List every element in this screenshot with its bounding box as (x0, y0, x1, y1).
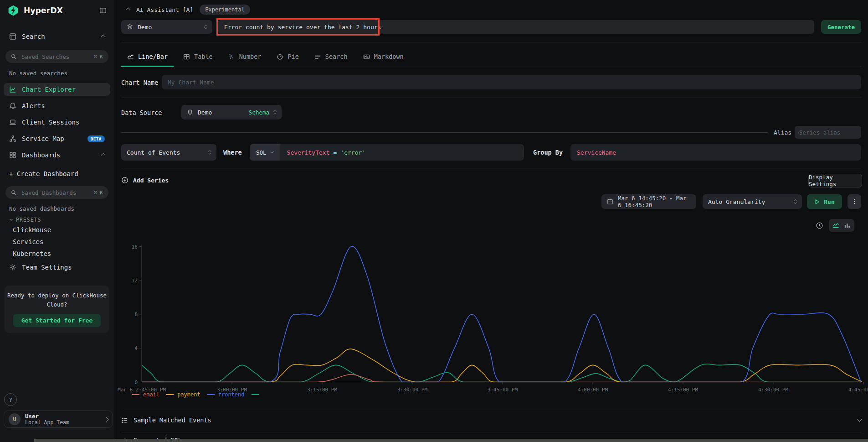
laptop-icon (9, 119, 16, 126)
sidebar-section-search[interactable]: Search (4, 30, 110, 43)
presets-header[interactable]: PRESETS (10, 217, 41, 223)
generate-button[interactable]: Generate (821, 20, 861, 34)
legend-label: email (143, 391, 159, 398)
aggregation-value: Count of Events (127, 149, 204, 156)
line-view-icon[interactable] (832, 222, 839, 229)
user-name: User (25, 413, 100, 420)
schema-link[interactable]: Schema (249, 109, 269, 116)
legend-item-email[interactable]: email (132, 391, 159, 398)
sidebar-item-chart-explorer[interactable]: Chart Explorer (4, 83, 110, 96)
tab-pie[interactable]: Pie (271, 47, 304, 67)
tab-markdown[interactable]: Markdown (357, 47, 410, 67)
where-clause-input[interactable]: SQL SeverityText = 'error' (250, 144, 524, 161)
y-axis-tick-label: 12 (132, 278, 138, 284)
sidebar-item-client-sessions[interactable]: Client Sessions (4, 116, 110, 129)
tab-table[interactable]: Table (177, 47, 219, 67)
sidebar: HyperDX Search ⌘ K No saved searches Cha… (0, 0, 114, 442)
tab-line-bar[interactable]: Line/Bar (121, 47, 174, 67)
preset-kubernetes[interactable]: Kubernetes (13, 250, 51, 257)
legend-item-unnamed[interactable] (252, 394, 259, 395)
sql-language-select[interactable]: SQL (250, 144, 280, 161)
preset-clickhouse[interactable]: ClickHouse (13, 226, 51, 234)
svg-text:3: 3 (231, 56, 233, 60)
create-dashboard-label: + Create Dashboard (9, 170, 78, 177)
preset-services[interactable]: Services (13, 238, 43, 245)
x-axis-tick-label: 4:00:00 PM (578, 387, 608, 393)
create-dashboard-button[interactable]: + Create Dashboard (4, 168, 110, 180)
date-range-input[interactable]: Mar 6 14:45:20 - Mar 6 16:45:20 (601, 194, 696, 209)
tab-number[interactable]: 13 Number (222, 47, 267, 67)
tab-label: Number (239, 53, 262, 60)
sidebar-item-team-settings[interactable]: Team Settings (4, 261, 110, 274)
group-by-input[interactable]: ServiceName (570, 144, 861, 161)
run-button[interactable]: Run (807, 194, 842, 209)
search-icon (11, 190, 17, 196)
group-by-value: ServiceName (577, 149, 616, 156)
list-icon (314, 53, 321, 60)
bar-view-icon[interactable] (844, 222, 851, 229)
app-title: HyperDX (24, 6, 95, 15)
layers-icon (187, 109, 193, 115)
chart-name-input[interactable] (162, 75, 861, 89)
legend-item-frontend[interactable]: frontend (207, 391, 245, 398)
divider (121, 98, 861, 98)
where-expression: SeverityText = 'error' (280, 144, 373, 161)
saved-dashboards-input[interactable] (21, 189, 90, 197)
tab-label: Table (194, 53, 213, 60)
display-settings-button[interactable]: Display Settings (808, 174, 862, 187)
hyperdx-logo-icon (7, 5, 19, 16)
chevron-down-icon (858, 417, 862, 422)
sidebar-item-label: Team Settings (22, 264, 105, 271)
chart-series-payment (142, 349, 862, 382)
saved-searches-input[interactable] (21, 53, 90, 61)
get-started-button[interactable]: Get Started for Free (13, 314, 101, 327)
saved-dashboards-searchbox[interactable]: ⌘ K (5, 186, 108, 199)
chart-explorer-icon (9, 86, 16, 93)
sidebar-item-alerts[interactable]: Alerts (4, 99, 110, 112)
sql-token-operator: = (334, 149, 337, 156)
collapse-sidebar-icon[interactable] (99, 7, 107, 14)
alias-input[interactable] (795, 126, 861, 139)
bell-icon (9, 102, 16, 109)
sql-token-value: 'error' (340, 149, 365, 156)
legend-item-payment[interactable]: payment (166, 391, 200, 398)
help-button[interactable]: ? (4, 393, 17, 406)
time-mode-icon[interactable] (816, 222, 823, 229)
x-axis-tick-label: 3:30:00 PM (397, 387, 428, 393)
add-series-button[interactable]: Add Series (121, 174, 169, 187)
clickhouse-cloud-promo-card: Ready to deploy on ClickHouse Cloud? Get… (5, 286, 109, 333)
sidebar-item-label: Chart Explorer (22, 86, 105, 93)
aggregation-select[interactable]: Count of Events (121, 144, 216, 161)
legend-label: frontend (218, 391, 245, 398)
chevron-up-icon (101, 153, 106, 157)
saved-searches-searchbox[interactable]: ⌘ K (5, 50, 108, 63)
y-axis-tick-label: 0 (134, 380, 138, 385)
x-axis-tick-label: 4:15:00 PM (668, 387, 699, 393)
assistant-source-select[interactable]: Demo (121, 20, 212, 34)
more-options-button[interactable] (847, 194, 861, 209)
shortcut-hint: ⌘ K (94, 190, 103, 196)
granularity-select[interactable]: Auto Granularity (703, 194, 802, 209)
promo-text-line2: Cloud? (5, 300, 109, 309)
user-menu[interactable]: U User Local App Team (4, 411, 113, 428)
list-dots-icon (121, 417, 128, 424)
tab-search[interactable]: Search (308, 47, 354, 67)
no-saved-dashboards-text: No saved dashboards (9, 205, 74, 212)
tab-label: Line/Bar (138, 53, 168, 60)
gear-icon (9, 264, 16, 271)
data-source-select[interactable]: Demo Schema (181, 105, 282, 120)
chart-series-frontend (142, 246, 861, 382)
dashboards-icon (9, 151, 16, 159)
sidebar-item-dashboards[interactable]: Dashboards (4, 149, 110, 161)
sidebar-item-label: Service Map (22, 135, 82, 142)
chart-view-toggle (829, 219, 854, 232)
ai-assistant-header[interactable]: AI Assistant [A] Experimental (127, 5, 250, 15)
select-chevrons-icon (205, 25, 207, 29)
layers-icon (127, 24, 133, 30)
horizontal-scrollbar[interactable] (34, 439, 868, 442)
y-axis-tick-label: 16 (132, 244, 138, 250)
sidebar-item-service-map[interactable]: Service Map BETA (4, 132, 110, 145)
tab-label: Pie (288, 53, 298, 60)
sample-matched-events-section[interactable]: Sample Matched Events (121, 413, 861, 427)
line-chart[interactable]: 0481216Mar 6 2:45:00 PM3:00:00 PM3:15:00… (114, 242, 868, 397)
